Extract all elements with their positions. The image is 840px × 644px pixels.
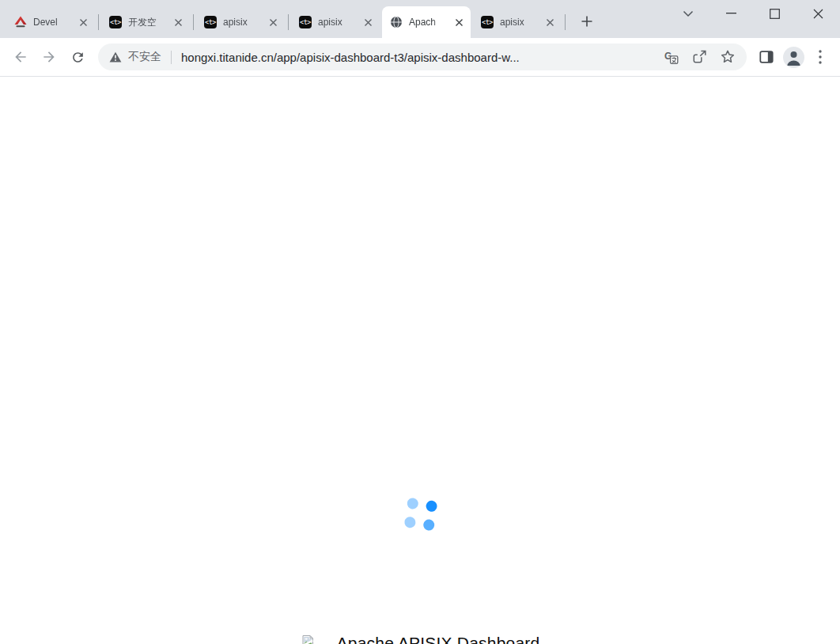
tab-label: apisix — [318, 17, 354, 28]
plus-icon — [581, 16, 592, 27]
browser-toolbar: 不安全 hongxi.titanide.cn/app/apisix-dashbo… — [0, 38, 840, 77]
dashboard-footer: Apache APISIX Dashboard — [0, 629, 840, 644]
window-controls — [666, 0, 840, 27]
t-tag-icon: <t> — [299, 16, 312, 28]
browser-menu-button[interactable] — [807, 44, 834, 70]
warning-triangle-icon — [109, 51, 122, 63]
back-button[interactable] — [6, 43, 35, 71]
tab-apisix-2[interactable]: <t> apisix — [291, 6, 380, 38]
spinner-dot — [404, 516, 417, 528]
bookmark-star-icon[interactable] — [720, 49, 736, 65]
tab-label: apisix — [223, 17, 259, 28]
tab-label: Apach — [409, 17, 445, 28]
dashboard-title: Apache APISIX Dashboard — [337, 634, 540, 644]
tab-close-icon[interactable] — [543, 15, 557, 29]
broken-image-icon — [301, 635, 315, 644]
tab-apache-active[interactable]: Apach — [382, 6, 471, 38]
tab-apisix-1[interactable]: <t> apisix — [196, 6, 285, 38]
tab-close-icon[interactable] — [452, 15, 466, 29]
menu-dots-icon — [819, 50, 822, 64]
maximize-icon[interactable] — [753, 0, 796, 27]
forward-button[interactable] — [35, 43, 63, 71]
tab-search-chevron-icon[interactable] — [666, 0, 709, 27]
page-content: Apache APISIX Dashboard — [0, 77, 840, 644]
tab-separator — [98, 14, 99, 30]
spinner-dot — [407, 498, 419, 510]
tab-separator — [565, 14, 566, 30]
url-text[interactable]: hongxi.titanide.cn/app/apisix-dashboard-… — [181, 51, 654, 64]
t-tag-icon: <t> — [481, 16, 494, 28]
tab-separator — [193, 14, 194, 30]
side-panel-button[interactable] — [753, 44, 780, 70]
spinner-dot — [422, 519, 435, 532]
omnibox-divider — [171, 51, 172, 64]
tab-close-icon[interactable] — [266, 15, 280, 29]
tab-close-icon[interactable] — [171, 15, 185, 29]
tab-close-icon[interactable] — [76, 15, 90, 29]
minimize-icon[interactable] — [709, 0, 753, 27]
loading-dots-spinner — [404, 498, 438, 532]
tab-label: apisix — [500, 17, 536, 28]
tab-close-icon[interactable] — [361, 15, 375, 29]
tab-separator — [288, 14, 289, 30]
t-tag-icon: <t> — [204, 16, 217, 28]
profile-button[interactable] — [780, 44, 807, 70]
side-panel-icon — [758, 48, 775, 66]
profile-avatar-icon — [783, 47, 804, 68]
close-icon[interactable] — [796, 0, 840, 27]
tab-label: Devel — [33, 17, 70, 28]
apisix-logo-icon — [14, 16, 27, 28]
tab-apisix-3[interactable]: <t> apisix — [473, 6, 562, 38]
tab-devel[interactable]: Devel — [6, 6, 95, 38]
t-tag-icon: <t> — [109, 16, 122, 28]
back-icon — [13, 49, 28, 65]
share-icon[interactable] — [691, 49, 707, 65]
security-label: 不安全 — [128, 50, 161, 64]
new-tab-button[interactable] — [576, 10, 598, 32]
forward-icon — [41, 49, 57, 65]
tab-strip: Devel <t> 开发空 <t> apisix <t> apisix — [0, 0, 840, 38]
security-indicator[interactable]: 不安全 — [109, 50, 161, 64]
reload-button[interactable] — [63, 43, 92, 71]
spinner-dot — [426, 500, 438, 513]
globe-icon — [390, 16, 403, 28]
translate-icon[interactable]: G — [664, 50, 679, 65]
reload-icon — [70, 50, 85, 65]
tab-label: 开发空 — [128, 16, 165, 29]
tab-kaifa[interactable]: <t> 开发空 — [101, 6, 190, 38]
address-bar[interactable]: 不安全 hongxi.titanide.cn/app/apisix-dashbo… — [98, 44, 747, 70]
